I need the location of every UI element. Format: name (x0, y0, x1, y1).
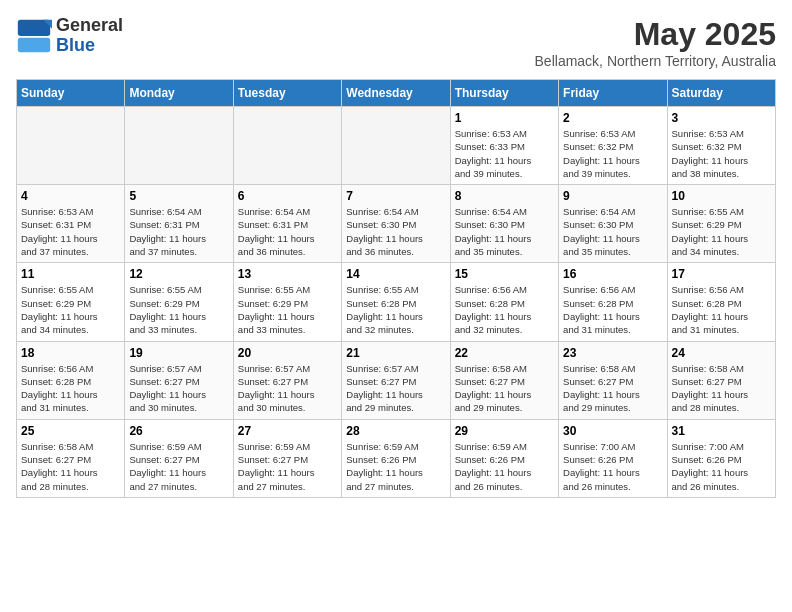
day-detail: Sunrise: 7:00 AMSunset: 6:26 PMDaylight:… (563, 440, 662, 493)
day-number: 3 (672, 111, 771, 125)
day-number: 13 (238, 267, 337, 281)
calendar-cell (342, 107, 450, 185)
calendar-cell (17, 107, 125, 185)
calendar-cell: 4Sunrise: 6:53 AMSunset: 6:31 PMDaylight… (17, 185, 125, 263)
day-number: 29 (455, 424, 554, 438)
calendar-cell: 9Sunrise: 6:54 AMSunset: 6:30 PMDaylight… (559, 185, 667, 263)
day-number: 27 (238, 424, 337, 438)
day-detail: Sunrise: 7:00 AMSunset: 6:26 PMDaylight:… (672, 440, 771, 493)
calendar-cell: 5Sunrise: 6:54 AMSunset: 6:31 PMDaylight… (125, 185, 233, 263)
day-detail: Sunrise: 6:53 AMSunset: 6:31 PMDaylight:… (21, 205, 120, 258)
day-number: 23 (563, 346, 662, 360)
day-detail: Sunrise: 6:53 AMSunset: 6:32 PMDaylight:… (563, 127, 662, 180)
day-detail: Sunrise: 6:53 AMSunset: 6:32 PMDaylight:… (672, 127, 771, 180)
calendar-cell: 27Sunrise: 6:59 AMSunset: 6:27 PMDayligh… (233, 419, 341, 497)
day-detail: Sunrise: 6:55 AMSunset: 6:29 PMDaylight:… (129, 283, 228, 336)
day-number: 14 (346, 267, 445, 281)
day-detail: Sunrise: 6:57 AMSunset: 6:27 PMDaylight:… (346, 362, 445, 415)
day-number: 21 (346, 346, 445, 360)
day-number: 9 (563, 189, 662, 203)
header-day-wednesday: Wednesday (342, 80, 450, 107)
calendar-cell: 24Sunrise: 6:58 AMSunset: 6:27 PMDayligh… (667, 341, 775, 419)
header-day-saturday: Saturday (667, 80, 775, 107)
day-detail: Sunrise: 6:57 AMSunset: 6:27 PMDaylight:… (129, 362, 228, 415)
calendar-cell: 7Sunrise: 6:54 AMSunset: 6:30 PMDaylight… (342, 185, 450, 263)
day-detail: Sunrise: 6:56 AMSunset: 6:28 PMDaylight:… (455, 283, 554, 336)
calendar-cell: 15Sunrise: 6:56 AMSunset: 6:28 PMDayligh… (450, 263, 558, 341)
day-number: 8 (455, 189, 554, 203)
day-detail: Sunrise: 6:56 AMSunset: 6:28 PMDaylight:… (672, 283, 771, 336)
title-area: May 2025 Bellamack, Northern Territory, … (535, 16, 776, 69)
header-day-thursday: Thursday (450, 80, 558, 107)
day-detail: Sunrise: 6:58 AMSunset: 6:27 PMDaylight:… (455, 362, 554, 415)
calendar-week-1: 1Sunrise: 6:53 AMSunset: 6:33 PMDaylight… (17, 107, 776, 185)
calendar-cell: 1Sunrise: 6:53 AMSunset: 6:33 PMDaylight… (450, 107, 558, 185)
calendar-cell: 13Sunrise: 6:55 AMSunset: 6:29 PMDayligh… (233, 263, 341, 341)
day-number: 22 (455, 346, 554, 360)
day-detail: Sunrise: 6:58 AMSunset: 6:27 PMDaylight:… (21, 440, 120, 493)
calendar-week-4: 18Sunrise: 6:56 AMSunset: 6:28 PMDayligh… (17, 341, 776, 419)
day-number: 6 (238, 189, 337, 203)
calendar-table: SundayMondayTuesdayWednesdayThursdayFrid… (16, 79, 776, 498)
svg-rect-1 (18, 38, 50, 52)
calendar-cell: 30Sunrise: 7:00 AMSunset: 6:26 PMDayligh… (559, 419, 667, 497)
day-number: 28 (346, 424, 445, 438)
day-number: 10 (672, 189, 771, 203)
header-day-monday: Monday (125, 80, 233, 107)
svg-rect-0 (18, 20, 50, 36)
calendar-cell (233, 107, 341, 185)
day-detail: Sunrise: 6:53 AMSunset: 6:33 PMDaylight:… (455, 127, 554, 180)
calendar-header-row: SundayMondayTuesdayWednesdayThursdayFrid… (17, 80, 776, 107)
day-number: 15 (455, 267, 554, 281)
calendar-cell: 21Sunrise: 6:57 AMSunset: 6:27 PMDayligh… (342, 341, 450, 419)
calendar-cell: 29Sunrise: 6:59 AMSunset: 6:26 PMDayligh… (450, 419, 558, 497)
day-number: 5 (129, 189, 228, 203)
logo-text: General Blue (56, 16, 123, 56)
logo-icon (16, 18, 52, 54)
calendar-cell: 16Sunrise: 6:56 AMSunset: 6:28 PMDayligh… (559, 263, 667, 341)
day-number: 30 (563, 424, 662, 438)
header-day-tuesday: Tuesday (233, 80, 341, 107)
day-detail: Sunrise: 6:55 AMSunset: 6:29 PMDaylight:… (238, 283, 337, 336)
calendar-cell: 19Sunrise: 6:57 AMSunset: 6:27 PMDayligh… (125, 341, 233, 419)
calendar-cell: 17Sunrise: 6:56 AMSunset: 6:28 PMDayligh… (667, 263, 775, 341)
day-number: 19 (129, 346, 228, 360)
day-detail: Sunrise: 6:59 AMSunset: 6:26 PMDaylight:… (455, 440, 554, 493)
header-day-sunday: Sunday (17, 80, 125, 107)
calendar-cell: 22Sunrise: 6:58 AMSunset: 6:27 PMDayligh… (450, 341, 558, 419)
calendar-week-5: 25Sunrise: 6:58 AMSunset: 6:27 PMDayligh… (17, 419, 776, 497)
calendar-cell: 18Sunrise: 6:56 AMSunset: 6:28 PMDayligh… (17, 341, 125, 419)
day-detail: Sunrise: 6:55 AMSunset: 6:28 PMDaylight:… (346, 283, 445, 336)
day-number: 11 (21, 267, 120, 281)
day-detail: Sunrise: 6:57 AMSunset: 6:27 PMDaylight:… (238, 362, 337, 415)
calendar-cell: 31Sunrise: 7:00 AMSunset: 6:26 PMDayligh… (667, 419, 775, 497)
calendar-cell: 8Sunrise: 6:54 AMSunset: 6:30 PMDaylight… (450, 185, 558, 263)
calendar-cell: 2Sunrise: 6:53 AMSunset: 6:32 PMDaylight… (559, 107, 667, 185)
page-header: General Blue May 2025 Bellamack, Norther… (16, 16, 776, 69)
day-detail: Sunrise: 6:59 AMSunset: 6:27 PMDaylight:… (238, 440, 337, 493)
day-number: 17 (672, 267, 771, 281)
calendar-cell: 14Sunrise: 6:55 AMSunset: 6:28 PMDayligh… (342, 263, 450, 341)
day-detail: Sunrise: 6:54 AMSunset: 6:31 PMDaylight:… (238, 205, 337, 258)
calendar-cell: 20Sunrise: 6:57 AMSunset: 6:27 PMDayligh… (233, 341, 341, 419)
calendar-cell: 10Sunrise: 6:55 AMSunset: 6:29 PMDayligh… (667, 185, 775, 263)
day-number: 1 (455, 111, 554, 125)
calendar-cell: 25Sunrise: 6:58 AMSunset: 6:27 PMDayligh… (17, 419, 125, 497)
day-number: 7 (346, 189, 445, 203)
calendar-cell: 23Sunrise: 6:58 AMSunset: 6:27 PMDayligh… (559, 341, 667, 419)
day-number: 12 (129, 267, 228, 281)
calendar-cell: 28Sunrise: 6:59 AMSunset: 6:26 PMDayligh… (342, 419, 450, 497)
calendar-cell: 26Sunrise: 6:59 AMSunset: 6:27 PMDayligh… (125, 419, 233, 497)
day-number: 2 (563, 111, 662, 125)
day-detail: Sunrise: 6:54 AMSunset: 6:30 PMDaylight:… (563, 205, 662, 258)
logo: General Blue (16, 16, 123, 56)
day-number: 26 (129, 424, 228, 438)
calendar-week-3: 11Sunrise: 6:55 AMSunset: 6:29 PMDayligh… (17, 263, 776, 341)
day-detail: Sunrise: 6:54 AMSunset: 6:31 PMDaylight:… (129, 205, 228, 258)
day-detail: Sunrise: 6:59 AMSunset: 6:27 PMDaylight:… (129, 440, 228, 493)
day-detail: Sunrise: 6:54 AMSunset: 6:30 PMDaylight:… (455, 205, 554, 258)
day-detail: Sunrise: 6:58 AMSunset: 6:27 PMDaylight:… (672, 362, 771, 415)
day-detail: Sunrise: 6:58 AMSunset: 6:27 PMDaylight:… (563, 362, 662, 415)
calendar-cell: 3Sunrise: 6:53 AMSunset: 6:32 PMDaylight… (667, 107, 775, 185)
main-title: May 2025 (535, 16, 776, 53)
